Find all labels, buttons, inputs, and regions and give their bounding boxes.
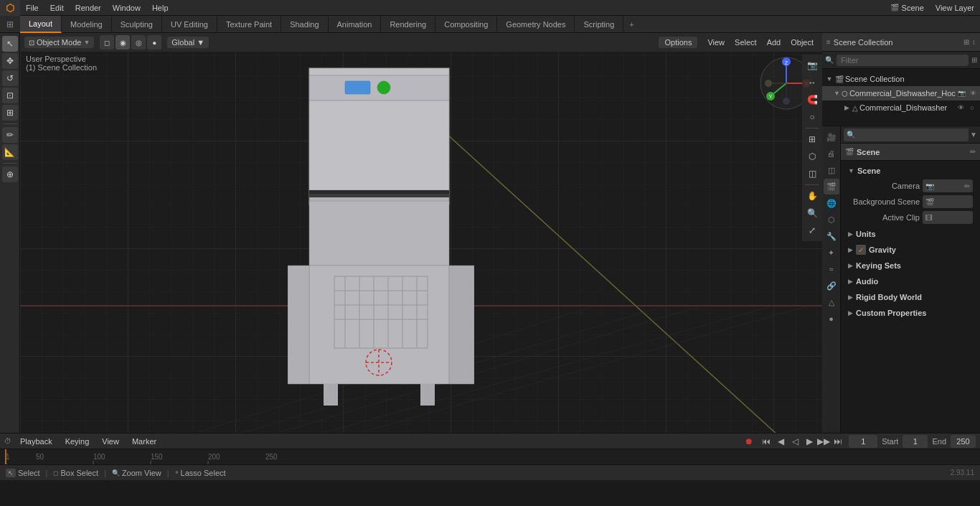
menu-edit[interactable]: Edit <box>44 0 70 16</box>
play-btn[interactable]: ▶ <box>803 435 816 448</box>
props-scene-edit-btn[interactable]: ✏ <box>970 148 976 156</box>
vp-menu-object[interactable]: Object <box>786 37 818 48</box>
viewport-snap-btn[interactable]: 🧲 <box>804 92 820 108</box>
props-tab-material[interactable]: ● <box>824 311 839 327</box>
units-section-header[interactable]: ▶ Units <box>844 227 977 241</box>
next-frame-btn[interactable]: ▶▶ <box>817 435 830 448</box>
viewport-orbit-btn[interactable]: ↔ <box>804 75 820 90</box>
outliner-filter-btn[interactable]: ⊞ <box>963 38 969 46</box>
box-select-item[interactable]: ◻ Box Select <box>53 469 98 477</box>
props-search-input-wrapper[interactable]: 🔍 <box>844 128 969 141</box>
props-filter-btn[interactable]: ▼ <box>970 131 977 139</box>
zoom-view-item[interactable]: 🔍 Zoom View <box>112 469 161 477</box>
tab-modeling[interactable]: Modeling <box>62 16 112 33</box>
camera-field-edit[interactable]: ✏ <box>964 182 970 190</box>
shading-material[interactable]: ◎ <box>131 35 146 50</box>
timeline-menu-view[interactable]: View <box>98 436 123 447</box>
tree-action-eye[interactable]: 👁 <box>969 88 979 98</box>
props-tab-constraints[interactable]: 🔗 <box>824 278 839 294</box>
tool-move[interactable]: ✥ <box>2 53 18 69</box>
viewport-camera-btn[interactable]: 📷 <box>804 57 820 73</box>
tab-layout[interactable]: Layout <box>20 16 62 33</box>
menu-render[interactable]: Render <box>70 0 107 16</box>
menu-window[interactable]: Window <box>107 0 146 16</box>
props-tab-object[interactable]: ⬡ <box>824 212 839 228</box>
tool-transform[interactable]: ⊞ <box>2 105 18 121</box>
tab-shading[interactable]: Shading <box>281 16 328 33</box>
viewport-xray-btn[interactable]: ◫ <box>804 166 820 182</box>
viewport-move2d-btn[interactable]: ✋ <box>804 188 820 204</box>
timeline-menu-marker[interactable]: Marker <box>128 436 161 447</box>
tab-scripting[interactable]: Scripting <box>575 16 623 33</box>
tab-compositing[interactable]: Compositing <box>435 16 497 33</box>
tab-uv-editing[interactable]: UV Editing <box>162 16 217 33</box>
props-tab-output[interactable]: 🖨 <box>824 146 839 161</box>
shading-rendered[interactable]: ● <box>147 35 161 50</box>
tab-texture-paint[interactable]: Texture Paint <box>217 16 281 33</box>
play-reverse-btn[interactable]: ◁ <box>788 435 801 448</box>
props-tab-data[interactable]: △ <box>824 294 839 310</box>
viewport-overlay-btn[interactable]: ⬡ <box>804 149 820 164</box>
tab-rendering[interactable]: Rendering <box>381 16 435 33</box>
vp-menu-view[interactable]: View <box>703 37 729 48</box>
gravity-checkbox[interactable]: ✓ <box>856 245 866 255</box>
select-mode-item[interactable]: ↖ Select <box>6 469 40 477</box>
props-tab-view-layer[interactable]: ◫ <box>824 162 839 178</box>
props-tab-particles[interactable]: ✦ <box>824 245 839 261</box>
bg-scene-prop-field[interactable]: 🎬 <box>923 195 973 208</box>
frame-start-input[interactable] <box>903 435 928 448</box>
tree-item-dishwasher-mesh[interactable]: ▶ △ Commercial_Dishwasher 👁 ○ <box>822 100 980 115</box>
outliner-sort-btn[interactable]: ↕ <box>972 38 976 46</box>
shading-wireframe[interactable]: ◻ <box>100 35 114 50</box>
menu-file[interactable]: File <box>20 0 44 16</box>
props-tab-render[interactable]: 🎥 <box>824 129 839 145</box>
global-transform-select[interactable]: Global ▼ <box>167 37 209 48</box>
shading-solid[interactable]: ◉ <box>116 35 130 50</box>
audio-header[interactable]: ▶ Audio <box>844 274 977 289</box>
tool-scale[interactable]: ⊡ <box>2 88 18 103</box>
props-scene-section-header[interactable]: 🎬 Scene ✏ <box>841 144 980 161</box>
tab-sculpting[interactable]: Sculpting <box>112 16 162 33</box>
tool-add-object[interactable]: ⊕ <box>2 167 18 182</box>
tree-item-dishwasher-collection[interactable]: ▼ ⬡ Commercial_Dishwasher_Hoc 📷 👁 ○ <box>822 86 980 100</box>
outliner-search-input[interactable] <box>837 55 969 66</box>
viewport-view-btn[interactable]: ⊞ <box>804 131 820 147</box>
scene-section-header[interactable]: ▼ Scene <box>844 164 977 178</box>
tool-annotate[interactable]: ✏ <box>2 127 18 143</box>
options-button[interactable]: Options <box>659 37 697 48</box>
timeline-menu-keying[interactable]: Keying <box>61 436 94 447</box>
gravity-section-header[interactable]: ▶ ✓ Gravity <box>844 243 977 257</box>
tab-animation[interactable]: Animation <box>329 16 382 33</box>
add-workspace-button[interactable]: + <box>623 20 639 29</box>
custom-props-header[interactable]: ▶ Custom Properties <box>844 306 977 320</box>
viewport-full-btn[interactable]: ⤢ <box>804 222 820 238</box>
tool-measure[interactable]: 📐 <box>2 144 18 160</box>
lasso-select-item[interactable]: ⌖ Lasso Select <box>175 469 226 477</box>
tab-geometry-nodes[interactable]: Geometry Nodes <box>497 16 575 33</box>
current-frame-input[interactable] <box>849 435 877 448</box>
active-clip-prop-field[interactable]: 🎞 <box>923 211 973 224</box>
props-tab-physics[interactable]: ≈ <box>824 261 839 277</box>
props-tab-modifier[interactable]: 🔧 <box>824 228 839 244</box>
rigid-body-header[interactable]: ▶ Rigid Body World <box>844 290 977 304</box>
viewport-proportional-btn[interactable]: ○ <box>804 109 820 125</box>
tree-action-camera[interactable]: 📷 <box>957 88 967 98</box>
props-tab-scene[interactable]: 🎬 <box>824 179 839 195</box>
vp-menu-add[interactable]: Add <box>763 37 786 48</box>
tree-action-mesh-eye[interactable]: 👁 <box>956 103 966 113</box>
props-tab-world[interactable]: 🌐 <box>824 195 839 211</box>
tree-item-root-collection[interactable]: ▼ 🎬 Scene Collection <box>822 72 980 86</box>
tool-cursor[interactable]: ↖ <box>2 36 18 52</box>
keying-sets-header[interactable]: ▶ Keying Sets <box>844 258 977 273</box>
tool-rotate[interactable]: ↺ <box>2 70 18 86</box>
timeline-menu-playback[interactable]: Playback <box>16 436 57 447</box>
viewport-zoom2d-btn[interactable]: 🔍 <box>804 205 820 221</box>
vp-menu-select[interactable]: Select <box>730 37 761 48</box>
timeline-ruler[interactable]: 1 50 100 150 200 250 <box>0 449 980 464</box>
timeline-record-btn[interactable]: ⏺ <box>743 435 755 448</box>
frame-end-input[interactable] <box>951 435 976 448</box>
blender-logo[interactable]: ⬡ <box>0 0 20 16</box>
menu-help[interactable]: Help <box>146 0 174 16</box>
skip-to-start-btn[interactable]: ⏮ <box>760 435 773 448</box>
outliner-filter-btn2[interactable]: ⊞ <box>971 56 977 64</box>
